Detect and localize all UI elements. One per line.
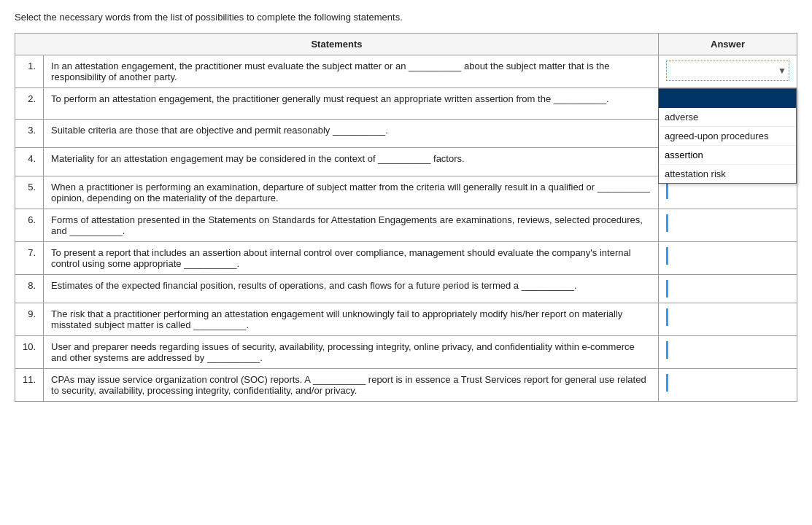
answer-box[interactable]: [666, 341, 789, 359]
answer-cell[interactable]: [659, 303, 797, 336]
dropdown-item-adverse[interactable]: adverse: [659, 108, 796, 127]
row-number: 2.: [15, 88, 44, 120]
table-row: 11.CPAs may issue service organization c…: [15, 369, 797, 402]
answer-dropdown-closed[interactable]: ▼: [666, 61, 789, 81]
dropdown-header: [659, 89, 796, 108]
row-number: 7.: [15, 242, 44, 275]
statement-text: CPAs may issue service organization cont…: [44, 369, 659, 402]
table-row: 8.Estimates of the expected financial po…: [15, 275, 797, 303]
dropdown-item-agreed-upon[interactable]: agreed-upon procedures: [659, 127, 796, 146]
answer-box[interactable]: [666, 214, 789, 232]
answer-cell[interactable]: [659, 209, 797, 242]
table-row: 1.In an attestation engagement, the prac…: [15, 55, 797, 88]
instructions-text: Select the necessary words from the list…: [15, 12, 797, 23]
answer-box[interactable]: [666, 374, 789, 392]
table-row: 10.User and preparer needs regarding iss…: [15, 336, 797, 369]
answer-cell[interactable]: ▼ adverse agreed-upon procedures asserti…: [659, 88, 797, 120]
dropdown-item-attestation-risk[interactable]: attestation risk: [659, 165, 796, 183]
statement-text: In an attestation engagement, the practi…: [44, 55, 659, 88]
answer-cell[interactable]: [659, 369, 797, 402]
answer-box[interactable]: [666, 247, 789, 265]
dropdown-popup: adverse agreed-upon procedures assertion…: [658, 88, 797, 184]
row-number: 1.: [15, 55, 44, 88]
statements-table: Statements Answer 1.In an attestation en…: [15, 33, 797, 402]
row-number: 6.: [15, 209, 44, 242]
answer-box[interactable]: [666, 182, 789, 199]
answer-cell[interactable]: [659, 336, 797, 369]
row-number: 3.: [15, 120, 44, 148]
table-row: 2.To perform an attestation engagement, …: [15, 88, 797, 120]
col-header-statements: Statements: [15, 34, 659, 55]
statement-text: Suitable criteria are those that are obj…: [44, 120, 659, 148]
row-number: 11.: [15, 369, 44, 402]
statement-text: Estimates of the expected financial posi…: [44, 275, 659, 303]
col-header-answer: Answer: [659, 34, 797, 55]
statement-text: To perform an attestation engagement, th…: [44, 88, 659, 120]
row-number: 5.: [15, 176, 44, 209]
statement-text: Forms of attestation presented in the St…: [44, 209, 659, 242]
statement-text: Materiality for an attestation engagemen…: [44, 148, 659, 176]
dropdown-item-assertion[interactable]: assertion: [659, 146, 796, 165]
row-number: 10.: [15, 336, 44, 369]
statement-text: To present a report that includes an ass…: [44, 242, 659, 275]
row-number: 9.: [15, 303, 44, 336]
table-row: 7.To present a report that includes an a…: [15, 242, 797, 275]
table-row: 9.The risk that a practitioner performin…: [15, 303, 797, 336]
row-number: 4.: [15, 148, 44, 176]
chevron-down-icon: ▼: [778, 66, 786, 76]
answer-cell[interactable]: [659, 242, 797, 275]
answer-box[interactable]: [666, 280, 789, 298]
answer-cell[interactable]: ▼: [659, 55, 797, 88]
answer-box[interactable]: [666, 308, 789, 326]
answer-cell[interactable]: [659, 275, 797, 303]
table-row: 6.Forms of attestation presented in the …: [15, 209, 797, 242]
statement-text: User and preparer needs regarding issues…: [44, 336, 659, 369]
row-number: 8.: [15, 275, 44, 303]
statement-text: When a practitioner is performing an exa…: [44, 176, 659, 209]
statement-text: The risk that a practitioner performing …: [44, 303, 659, 336]
